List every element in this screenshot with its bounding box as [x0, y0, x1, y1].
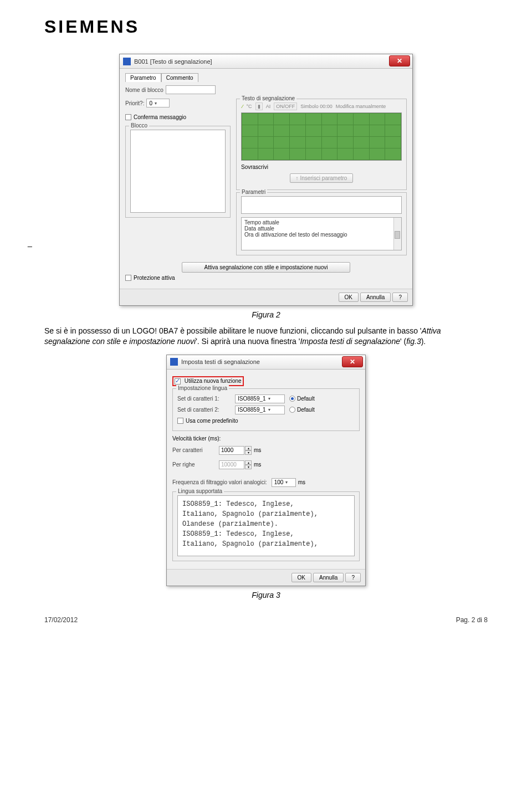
set2-default-label: Default	[297, 407, 315, 413]
per-car-input[interactable]: 1000 ▴▾	[219, 446, 252, 455]
ib-mod[interactable]: Modifica manualmente	[336, 104, 386, 109]
set2-default-radio[interactable]	[289, 407, 295, 413]
set2-select[interactable]: ISO8859_1	[235, 406, 285, 414]
use-new-checkbox[interactable]	[175, 378, 181, 384]
caption-fig2: Figura 2	[44, 310, 488, 319]
footer: 17/02/2012 Pag. 2 di 8	[44, 616, 488, 624]
msg-grid[interactable]	[241, 112, 402, 161]
ok-button[interactable]: OK	[339, 293, 359, 302]
footer-page: Pag. 2 di 8	[456, 616, 488, 624]
dialog-imposta: Imposta testi di segnalazione ✕ Utilizza…	[166, 355, 366, 586]
scrollbar[interactable]	[393, 218, 401, 250]
close-button[interactable]: ✕	[389, 55, 410, 66]
set2-label: Set di caratteri 2:	[177, 407, 233, 413]
ib-ai[interactable]: AI	[266, 104, 271, 109]
set1-default-radio[interactable]	[289, 396, 295, 402]
protezione-label: Protezione attiva	[134, 275, 175, 281]
stray-dash: _	[28, 238, 32, 247]
use-new-label: Utilizza nuova funzione	[185, 378, 242, 384]
freq-select[interactable]: 100	[272, 478, 296, 487]
ms-label: ms	[254, 447, 261, 453]
window-title: B001 [Testo di segnalazione]	[134, 58, 212, 65]
help-button[interactable]: ?	[392, 293, 408, 302]
ok-button[interactable]: OK	[291, 573, 311, 582]
prio-select[interactable]: 0	[146, 99, 170, 107]
dialog-b001: B001 [Testo di segnalazione] ✕ Parametro…	[119, 54, 413, 306]
caption-fig3: Figura 3	[44, 591, 488, 599]
blocco-list[interactable]	[130, 130, 226, 213]
blockname-input[interactable]	[166, 85, 216, 94]
per-righe-label: Per righe	[172, 462, 217, 468]
tabs: ParametroCommento	[125, 73, 407, 82]
confirm-checkbox[interactable]	[125, 114, 131, 120]
confirm-label: Conferma messaggio	[134, 114, 186, 120]
param-bottom-list[interactable]: Tempo attuale Data attuale Ora di attiva…	[241, 217, 402, 250]
ticker-label: Velocità ticker (ms):	[172, 435, 221, 442]
icons-bar: ⁄ °C ▮ AI ON/OFF Simbolo 00:00 Modifica …	[241, 102, 402, 110]
lang-list: ISO8859_1: Tedesco, Inglese, Italiano, S…	[177, 495, 355, 556]
ib-c[interactable]: °C	[247, 104, 252, 109]
window-title-2: Imposta testi di segnalazione	[181, 358, 260, 365]
tab-commento[interactable]: Commento	[161, 73, 198, 82]
app-icon	[170, 358, 178, 366]
footer-date: 17/02/2012	[44, 616, 78, 624]
fs-param-legend: Parametri	[240, 189, 267, 195]
cancel-button[interactable]: Annulla	[360, 293, 391, 302]
use-default-checkbox[interactable]	[177, 418, 183, 424]
freq-label: Frequenza di filtraggio valori analogici…	[172, 479, 267, 485]
insert-param-btn[interactable]: ↑ Inserisci parametro	[290, 173, 354, 183]
blockname-label: Nome di blocco	[125, 87, 163, 93]
cancel-button[interactable]: Annulla	[313, 573, 344, 582]
set1-default-label: Default	[297, 396, 315, 402]
fs-supported-legend: Lingua supportata	[176, 488, 224, 494]
close-button[interactable]: ✕	[342, 356, 363, 367]
use-default-label: Usa come predefinito	[186, 418, 238, 424]
set1-label: Set di caratteri 1:	[177, 396, 233, 402]
fs-testo-legend: Testo di segnalazione	[240, 95, 296, 101]
app-icon	[123, 58, 131, 65]
body-paragraph: Se si è in possesso di un LOGO! 0BA7 è p…	[44, 326, 488, 347]
per-car-label: Per caratteri	[172, 447, 217, 453]
titlebar-2: Imposta testi di segnalazione ✕	[167, 355, 365, 370]
protezione-checkbox[interactable]	[125, 275, 131, 281]
param-top-list[interactable]	[241, 196, 402, 214]
titlebar: B001 [Testo di segnalazione] ✕	[120, 54, 412, 69]
ib-symbol[interactable]: Simbolo 00:00	[300, 104, 332, 109]
ib-onoff[interactable]: ON/OFF	[274, 102, 297, 110]
ib-block[interactable]: ▮	[255, 102, 263, 110]
ms-label: ms	[298, 479, 305, 485]
tab-parametro[interactable]: Parametro	[125, 73, 161, 82]
fs-lang-legend: Impostazione lingua	[176, 385, 229, 391]
set1-select[interactable]: ISO8859_1	[235, 394, 285, 403]
per-righe-input[interactable]: 10000 ▴▾	[219, 460, 252, 469]
fs-blocco-legend: Blocco	[129, 122, 149, 129]
brand-logo: SIEMENS	[44, 17, 488, 37]
help-button[interactable]: ?	[345, 573, 361, 582]
sovrascrivi-label: Sovrascrivi	[241, 164, 268, 170]
prio-label: Priorit?:	[125, 100, 144, 106]
attiva-nuovi-btn[interactable]: Attiva segnalazione con stile e impostaz…	[182, 262, 351, 273]
ms-label: ms	[254, 462, 261, 468]
